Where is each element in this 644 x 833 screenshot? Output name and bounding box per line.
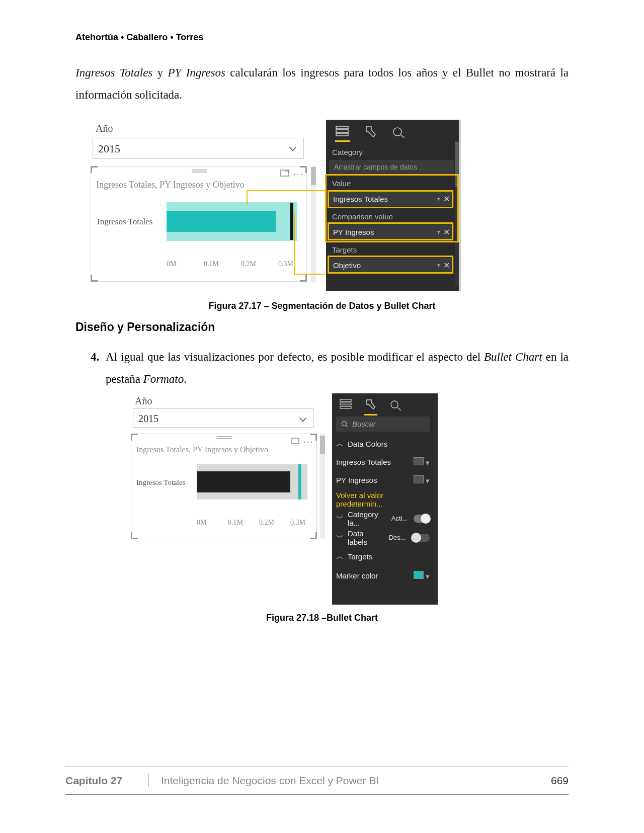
search-placeholder: Buscar [352, 420, 376, 428]
dropdown-arrow-icon[interactable]: ▾ [437, 229, 440, 235]
italic-term: Ingresos Totales [75, 66, 152, 79]
x-tick: 0.1M [204, 260, 219, 268]
chevron-down-icon: ﹀ [336, 514, 344, 523]
selection-handle[interactable] [131, 532, 138, 539]
field-well-category[interactable]: Arrastrar campos de datos ... [329, 160, 454, 174]
x-tick: 0.3M [290, 519, 305, 527]
svg-rect-1 [336, 126, 348, 129]
section-label: Category [332, 148, 363, 156]
chart-title: Ingresos Totales, PY Ingresos y Objetivo [96, 180, 245, 190]
reset-to-default-link[interactable]: Volver al valor predetermin... [336, 492, 430, 507]
color-swatch[interactable] [414, 457, 424, 465]
drag-handle-icon[interactable] [217, 436, 232, 440]
page-footer: Capítulo 27 Inteligencia de Negocios con… [65, 767, 569, 795]
figure-27-18: Año 2015 ··· Ingresos Totales, PY Ingres… [131, 393, 438, 610]
remove-field-icon[interactable]: ✕ [443, 227, 450, 237]
toggle-switch[interactable] [412, 534, 430, 542]
selection-handle[interactable] [91, 275, 98, 282]
step-text: Al igual que las visualizaciones por def… [106, 346, 569, 390]
visualizations-panel: Category Arrastrar campos de datos ... V… [326, 120, 461, 291]
color-swatch[interactable] [414, 475, 424, 483]
toggle-state-label: Acti... [391, 515, 408, 522]
format-section-targets[interactable]: ︿ Targets [336, 549, 430, 564]
search-input[interactable]: Buscar [336, 416, 430, 432]
bullet-chart[interactable]: ··· Ingresos Totales, PY Ingresos y Obje… [91, 166, 307, 282]
section-label: Targets [332, 245, 357, 254]
focus-mode-icon[interactable] [291, 437, 299, 446]
selection-handle[interactable] [131, 434, 138, 441]
svg-rect-7 [340, 399, 351, 401]
color-label: PY Ingresos [336, 476, 377, 484]
analytics-tab-icon[interactable] [391, 125, 406, 139]
dropdown-arrow-icon[interactable]: ▾ [426, 458, 430, 467]
x-tick: 0.2M [259, 519, 274, 527]
field-well-compare[interactable]: PY Ingresos ▾ ✕ [329, 224, 454, 239]
selection-handle[interactable] [310, 532, 317, 539]
section-label: Data Colors [348, 440, 387, 448]
fields-tab-icon[interactable] [339, 398, 353, 412]
italic-term: Formato [143, 373, 184, 385]
active-tab-underline [335, 140, 350, 142]
selection-handle[interactable] [91, 166, 98, 173]
figure-caption: Figura 27.17 – Segmentación de Datos y B… [75, 301, 569, 311]
remove-field-icon[interactable]: ✕ [443, 194, 450, 204]
footer-rule [65, 794, 569, 795]
dropdown-arrow-icon[interactable]: ▾ [437, 196, 440, 202]
field-well-target[interactable]: Objetivo ▾ ✕ [329, 258, 454, 273]
bullet-chart[interactable]: ··· Ingresos Totales, PY Ingresos y Obje… [131, 434, 317, 539]
format-tab-icon[interactable] [363, 125, 377, 139]
focus-mode-icon[interactable] [280, 170, 289, 179]
field-name: Objetivo [333, 261, 361, 270]
drag-handle-icon[interactable] [192, 170, 207, 174]
dropdown-arrow-icon[interactable]: ▾ [437, 262, 440, 269]
dropdown-arrow-icon[interactable]: ▾ [426, 572, 430, 580]
selection-handle[interactable] [300, 166, 307, 173]
figure-caption: Figura 27.18 –Bullet Chart [75, 613, 569, 623]
svg-rect-9 [340, 406, 351, 408]
color-swatch[interactable] [414, 571, 424, 579]
svg-rect-3 [336, 133, 348, 136]
chart-title: Ingresos Totales, PY Ingresos y Objetivo [136, 445, 268, 454]
slicer-year[interactable]: 2015 [133, 408, 314, 428]
chevron-down-icon [298, 415, 307, 426]
scrollbar[interactable] [320, 434, 325, 539]
format-panel: Buscar ︿ Data Colors Ingresos Totales ▾ … [332, 393, 438, 605]
svg-point-10 [391, 401, 398, 408]
format-section-data-labels[interactable]: ﹀ Data labels Des... [336, 530, 430, 545]
selection-handle[interactable] [300, 275, 307, 282]
color-row[interactable]: Marker color ▾ [336, 568, 430, 584]
dropdown-arrow-icon[interactable]: ▾ [426, 476, 430, 485]
remove-field-icon[interactable]: ✕ [443, 261, 450, 270]
text: . [184, 373, 187, 385]
step-number: 4. [91, 346, 106, 390]
scrollbar[interactable] [311, 165, 316, 283]
analytics-tab-icon[interactable] [389, 398, 404, 412]
fields-tab-icon[interactable] [335, 125, 349, 139]
format-tab-icon[interactable] [364, 398, 378, 412]
color-row[interactable]: PY Ingresos ▾ [336, 473, 430, 488]
format-section-data-colors[interactable]: ︿ Data Colors [336, 437, 430, 452]
text: Al igual que las visualizaciones por def… [106, 351, 484, 363]
format-section-category-labels[interactable]: ﹀ Category la... Acti... [336, 511, 430, 526]
panel-tabs [326, 125, 461, 142]
panel-scrollbar[interactable] [455, 140, 459, 286]
search-icon [341, 421, 348, 428]
field-well-value[interactable]: Ingresos Totales ▾ ✕ [329, 191, 454, 206]
selection-handle[interactable] [310, 434, 317, 441]
section-label: Category la... [348, 510, 387, 527]
bar-value [167, 211, 276, 232]
svg-line-11 [397, 407, 401, 410]
field-name: PY Ingresos [333, 228, 374, 236]
section-heading: Diseño y Personalización [75, 320, 569, 334]
section-label: Targets [348, 552, 372, 561]
footer-chapter: Capítulo 27 [65, 775, 148, 787]
slicer-year[interactable]: 2015 [93, 138, 304, 159]
slicer-label: Año [135, 395, 152, 407]
chevron-down-icon [288, 144, 297, 155]
color-row[interactable]: Ingresos Totales ▾ [336, 455, 430, 470]
body-paragraph: Ingresos Totales y PY Ingresos calculará… [75, 62, 569, 106]
toggle-switch[interactable] [414, 515, 430, 523]
panel-edge [459, 120, 461, 291]
slicer-value: 2015 [138, 413, 158, 425]
svg-line-5 [400, 135, 405, 138]
